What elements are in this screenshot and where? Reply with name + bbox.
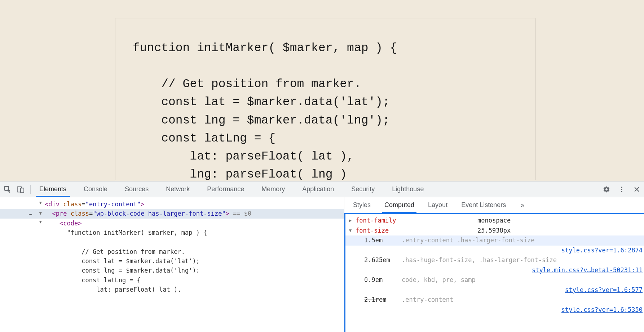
dom-text-row[interactable]: const latLng = {: [0, 275, 344, 285]
tab-sources[interactable]: Sources: [121, 181, 152, 197]
tab-memory[interactable]: Memory: [258, 181, 288, 197]
elements-pane[interactable]: ▼<div class="entry-content">… ▼ <pre cla…: [0, 197, 344, 332]
styles-tab-layout[interactable]: Layout: [426, 197, 450, 213]
dom-row-selected[interactable]: … ▼ <pre class="wp-block-code has-larger…: [0, 209, 344, 218]
svg-point-5: [621, 191, 622, 192]
tab-elements[interactable]: Elements: [36, 181, 70, 197]
trace-row[interactable]: 1.5em.entry-content .has-larger-font-siz…: [345, 235, 644, 246]
close-icon[interactable]: [633, 186, 640, 193]
page-content: function initMarker( $marker, map ) { //…: [0, 0, 644, 181]
trace-row[interactable]: 2.1rem.entry-content: [345, 295, 644, 305]
source-link-row: style.min.css?v…beta1-50231:11: [345, 265, 644, 275]
toolbar-divider: [30, 185, 31, 194]
device-toggle-icon[interactable]: [17, 185, 25, 193]
dom-row[interactable]: ▼ <code>: [0, 219, 344, 228]
dom-row[interactable]: ▼<div class="entry-content">: [0, 199, 344, 209]
source-link[interactable]: style.css?ver=1.6:5350: [561, 305, 643, 315]
styles-sidebar: Styles Computed Layout Event Listeners »…: [344, 197, 644, 332]
dom-text-row[interactable]: const lat = $marker.data('lat');: [0, 256, 344, 266]
styles-tab-styles[interactable]: Styles: [351, 197, 373, 213]
dom-text-row[interactable]: const lng = $marker.data('lng');: [0, 266, 344, 275]
source-link[interactable]: style.css?ver=1.6:2874: [561, 246, 643, 256]
source-link-row: style.css?ver=1.6:2874: [345, 246, 644, 256]
source-link[interactable]: style.css?ver=1.6:577: [565, 285, 643, 295]
kebab-icon[interactable]: [618, 186, 625, 193]
dom-text-row[interactable]: [0, 237, 344, 247]
tab-console[interactable]: Console: [80, 181, 111, 197]
dom-text-row[interactable]: // Get position from marker.: [0, 247, 344, 256]
styles-tab-strip: Styles Computed Layout Event Listeners »: [344, 197, 644, 213]
svg-point-4: [621, 189, 622, 190]
source-link-row: style.css?ver=1.6:577: [345, 285, 644, 295]
source-link-row: style.css?ver=1.6:5350: [345, 305, 644, 315]
code-content: function initMarker( $marker, map ) { //…: [133, 39, 518, 184]
computed-pane[interactable]: ▶font-familymonospace▼font-size25.5938px…: [344, 213, 644, 332]
source-link[interactable]: style.min.css?v…beta1-50231:11: [532, 265, 643, 275]
styles-tab-computed[interactable]: Computed: [382, 197, 416, 213]
svg-rect-2: [21, 188, 24, 193]
ellipsis-icon[interactable]: …: [29, 209, 32, 218]
computed-property[interactable]: ▼font-size25.5938px: [345, 226, 644, 236]
computed-property[interactable]: ▶font-familymonospace: [345, 216, 644, 226]
code-block: function initMarker( $marker, map ) { //…: [115, 18, 535, 180]
devtools-tab-strip: Elements Console Sources Network Perform…: [36, 181, 427, 197]
devtools-panel: Elements Console Sources Network Perform…: [0, 181, 644, 332]
chevron-right-icon[interactable]: »: [520, 201, 524, 209]
tab-security[interactable]: Security: [348, 181, 378, 197]
dom-tree[interactable]: ▼<div class="entry-content">… ▼ <pre cla…: [0, 197, 344, 332]
svg-point-3: [621, 187, 622, 188]
tab-performance[interactable]: Performance: [203, 181, 248, 197]
devtools-toolbar: Elements Console Sources Network Perform…: [0, 181, 644, 197]
trace-row[interactable]: 2.625em.has-huge-font-size, .has-larger-…: [345, 255, 644, 265]
inspect-icon[interactable]: [4, 185, 12, 193]
dom-text-row[interactable]: "function initMarker( $marker, map ) {: [0, 228, 344, 237]
gear-icon[interactable]: [603, 186, 610, 193]
trace-row[interactable]: 0.9emcode, kbd, pre, samp: [345, 275, 644, 285]
tab-lighthouse[interactable]: Lighthouse: [388, 181, 427, 197]
tab-network[interactable]: Network: [162, 181, 193, 197]
tab-application[interactable]: Application: [299, 181, 338, 197]
styles-tab-eventlisteners[interactable]: Event Listeners: [459, 197, 508, 213]
dom-text-row[interactable]: lat: parseFloat( lat ).: [0, 285, 344, 294]
